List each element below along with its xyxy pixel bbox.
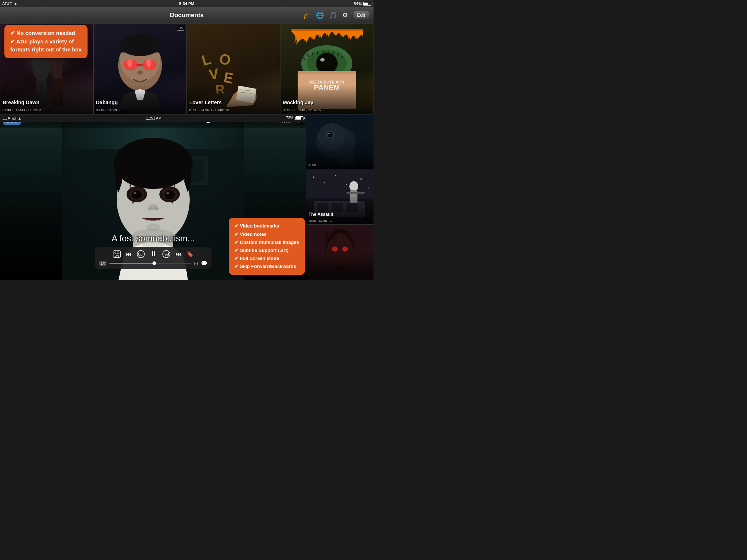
- gear-icon[interactable]: ⚙: [342, 11, 348, 19]
- side-thumbnails: 4x352 The Assault 00:88 - 3: [306, 114, 374, 280]
- music-list-icon[interactable]: 🎵: [329, 11, 337, 19]
- thumb-title-mocking: Mocking Jay: [283, 100, 371, 105]
- svg-point-91: [360, 178, 362, 180]
- edit-button[interactable]: Edit: [353, 11, 369, 19]
- mini-time: 11:53 AM: [146, 116, 161, 120]
- svg-point-90: [346, 184, 347, 185]
- callout-feature-1: ✔ Video bookmarks: [235, 222, 299, 230]
- svg-point-58: [132, 190, 142, 199]
- side-thumb-assault[interactable]: The Assault 00:88 - 3.1MB - ...: [306, 170, 374, 225]
- nav-icons: 🎓 🌐 🎵 ⚙ Edit: [303, 11, 369, 19]
- skip-back-button[interactable]: 30: [137, 250, 145, 258]
- side-thumb-creature[interactable]: 4x352: [306, 114, 374, 169]
- cc-icon: CC ON: [113, 250, 121, 258]
- carrier-label: AT&T: [2, 1, 12, 6]
- callout-feature-2: ✔ Video notes: [235, 230, 299, 238]
- volume-thumb: [152, 261, 156, 265]
- skip-to-end-button[interactable]: ⏭: [175, 251, 181, 257]
- thumb-info-breaking-dawn: 01:38 - 31.5MB - 1280x720: [3, 108, 91, 112]
- volume-fill: [109, 263, 154, 264]
- graduation-cap-icon[interactable]: 🎓: [303, 11, 311, 19]
- side-thumb-red[interactable]: [306, 225, 374, 280]
- svg-point-76: [328, 132, 333, 137]
- callout-bottom: ✔ Video bookmarks ✔ Video notes ✔ Custom…: [229, 218, 305, 275]
- svg-point-20: [137, 70, 143, 75]
- speed-label[interactable]: 1X: [99, 261, 107, 266]
- svg-point-77: [328, 133, 330, 134]
- video-controls: CC ON ⏮ 30 ⏸ 30: [95, 247, 212, 269]
- thumb-info-mocking: 00:51 - 10.2MB - 720x576: [283, 108, 371, 112]
- bookmark-button[interactable]: 🔖: [186, 250, 194, 257]
- skip-to-start-button[interactable]: ⏮: [126, 251, 132, 257]
- volume-slider[interactable]: [109, 263, 191, 264]
- svg-text:30: 30: [139, 253, 142, 256]
- callout-feature-6: ✔ Skip Forward/Backwards: [235, 262, 299, 271]
- cc-button[interactable]: CC ON: [113, 250, 121, 258]
- svg-point-60: [133, 192, 136, 194]
- svg-point-92: [368, 188, 369, 189]
- status-bar: AT&T ▲ 5:34 PM 54%: [0, 0, 374, 7]
- svg-text:30: 30: [165, 253, 168, 256]
- svg-point-63: [148, 207, 152, 210]
- svg-point-33: [320, 58, 325, 62]
- svg-text:O: O: [218, 51, 231, 68]
- skip-forward-icon: 30: [162, 250, 170, 258]
- skip-forward-button[interactable]: 30: [162, 250, 170, 258]
- thumb-overlay: [306, 250, 374, 280]
- callout-feature-5: ✔ Full Screen Mode: [235, 254, 299, 262]
- thumb-title-lover: Lover Letters: [189, 100, 278, 105]
- mini-status-bar: .... AT&T ▲ 11:53 AM 73%: [0, 114, 306, 122]
- svg-line-37: [317, 51, 318, 54]
- nav-title: Documents: [170, 12, 204, 19]
- svg-rect-86: [347, 192, 365, 194]
- battery-icon: [363, 2, 371, 6]
- svg-point-88: [324, 182, 325, 183]
- svg-text:V: V: [208, 65, 220, 82]
- speed-row: 1X ⊡ 💬: [99, 260, 207, 266]
- mini-carrier: .... AT&T ▲: [3, 116, 22, 120]
- svg-point-89: [335, 175, 336, 176]
- mini-battery-icon: [295, 116, 303, 120]
- skip-back-icon: 30: [137, 250, 145, 258]
- callout-line-2: ✔ Azul plays a variety of: [10, 38, 82, 46]
- main-controls-row: CC ON ⏮ 30 ⏸ 30: [99, 250, 207, 258]
- svg-point-32: [317, 53, 337, 74]
- battery-pct: 54%: [354, 1, 362, 6]
- svg-point-64: [154, 207, 159, 210]
- thumb-mocking-jay[interactable]: DIE TRIBUTE VON PANEM Mocking Jay 00:51 …: [280, 23, 374, 114]
- svg-rect-16: [120, 45, 160, 52]
- side-thumb-info-creature: 4x352: [309, 164, 317, 167]
- thumb-info-dabangg: 00:49 - 10.0MB - ...: [96, 108, 184, 112]
- thumb-lover-letters[interactable]: L O V E R Lover Letters 01:33 - 64.0MB -…: [187, 23, 280, 114]
- callout-feature-4: ✔ Subtitle Support (.srt): [235, 246, 299, 254]
- status-time: 5:34 PM: [179, 1, 194, 6]
- side-thumb-info-assault: 00:88 - 3.1MB - ...: [309, 219, 332, 222]
- svg-rect-19: [136, 64, 143, 66]
- svg-point-61: [166, 192, 169, 194]
- svg-point-84: [349, 181, 358, 191]
- svg-point-87: [313, 176, 314, 178]
- thumb-dabangg[interactable]: HD: [93, 23, 187, 114]
- thumb-info-lover: 01:33 - 64.0MB - 1280x528: [189, 108, 278, 112]
- svg-point-59: [165, 190, 175, 199]
- side-thumb-title-assault: The Assault: [309, 212, 371, 217]
- chat-icon[interactable]: 💬: [201, 260, 207, 266]
- callout-feature-3: ✔ Custom thumbnail images: [235, 238, 299, 246]
- wifi-icon: ▲: [13, 1, 18, 6]
- callout-line-3: formats right out of the box: [10, 46, 82, 54]
- svg-line-39: [329, 51, 329, 54]
- status-right: 54%: [354, 1, 374, 6]
- play-pause-button[interactable]: ⏸: [150, 250, 157, 258]
- mini-battery: 73%: [286, 116, 303, 120]
- thumb-title-dabangg: Dabangg: [96, 100, 184, 105]
- callout-line-1: ✔ No conversion needed: [10, 29, 82, 38]
- mini-wifi-icon: ▲: [18, 116, 22, 120]
- thumb-title-breaking-dawn: Breaking Dawn: [3, 100, 91, 105]
- callout-top: ✔ No conversion needed ✔ Azul plays a va…: [4, 25, 88, 58]
- svg-text:E: E: [222, 69, 235, 86]
- svg-point-53: [114, 138, 193, 189]
- airplay-icon[interactable]: ⊡: [194, 260, 198, 266]
- nav-bar: Documents 🎓 🌐 🎵 ⚙ Edit: [0, 7, 374, 23]
- globe-icon[interactable]: 🌐: [316, 11, 324, 19]
- status-left: AT&T ▲: [0, 1, 18, 6]
